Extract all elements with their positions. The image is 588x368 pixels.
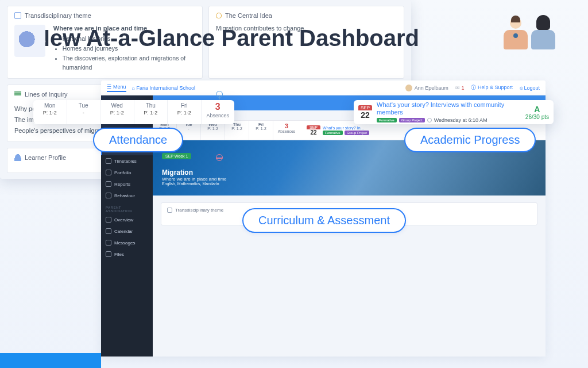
unit-title: Migration — [162, 168, 536, 177]
assignment-title[interactable]: What's your story? Interviews with commu… — [377, 101, 521, 116]
help-support-link[interactable]: ⓘ Help & Support — [471, 84, 513, 91]
decorative-footer-strip — [0, 353, 101, 368]
att-absences: 3Absences — [202, 100, 235, 124]
att-tue: Tue- — [67, 100, 101, 124]
sidebar-item-timetables[interactable]: Timetables — [101, 155, 153, 167]
user-icon — [14, 154, 21, 161]
sidebar-item-reports[interactable]: Reports — [101, 178, 153, 190]
star-icon — [106, 193, 111, 198]
date-chip-icon: SEP22 — [307, 125, 320, 136]
att-thu: ThuP: 1-2 — [134, 100, 168, 124]
tag-group-project: Group Projec — [345, 131, 369, 135]
clock-icon — [106, 158, 111, 164]
clock-icon — [427, 118, 432, 122]
att-wed: WedP: 1-2 — [100, 100, 134, 124]
clock-illustration-icon — [14, 25, 45, 57]
mail-icon — [106, 240, 111, 246]
sidebar-item-behaviour[interactable]: Behaviour — [101, 190, 153, 201]
sidebar-item-files[interactable]: Files — [101, 248, 153, 260]
sidebar-item-portfolio[interactable]: Portfolio — [101, 167, 153, 178]
sidebar-item-overview[interactable]: Overview — [101, 214, 153, 225]
menu-toggle[interactable]: ☰ Menu — [107, 84, 126, 92]
user-avatar-icon — [405, 85, 412, 91]
unit-subjects: English, Mathematics, Mandarin — [162, 182, 536, 186]
file-icon — [106, 251, 111, 257]
assignment-grade: A26/30 pts — [525, 105, 549, 120]
theme-icon — [14, 12, 21, 19]
lightbulb-icon — [216, 13, 222, 18]
sidebar-item-messages[interactable]: Messages — [101, 237, 153, 248]
lines-icon — [14, 91, 21, 97]
home-link[interactable]: ⌂ Faria International School — [132, 85, 196, 91]
avatar-male-icon — [502, 17, 529, 53]
date-chip-icon: SEP22 — [358, 105, 372, 120]
pill-academic: Academic Progress — [404, 128, 536, 152]
user-menu[interactable]: Ann Epelbaum — [405, 85, 448, 91]
tag-formative: Formative — [377, 118, 397, 122]
attendance-callout: MonP: 1-2 Tue- WedP: 1-2 ThuP: 1-2 FriP:… — [33, 100, 234, 124]
doc-icon — [106, 181, 111, 187]
att-fri: FriP: 1-2 — [168, 100, 202, 124]
tag-formative: Formative — [323, 131, 343, 135]
att-mon: MonP: 1-2 — [33, 100, 67, 124]
week-badge: SEP Week 1 — [162, 153, 191, 159]
avatar-female-icon — [529, 17, 557, 53]
assignment-when: Wednesday at 6:10 AM — [434, 117, 488, 123]
pill-curriculum: Curriculum & Assessment — [242, 208, 406, 233]
notifications[interactable]: ✉ 1 — [455, 85, 465, 91]
tag-group-project: Group Project — [399, 118, 425, 122]
sidebar-section-parent: PARENT ASSOCIATION — [101, 201, 153, 214]
strip-absences[interactable]: 3Absences — [273, 121, 300, 140]
theme-icon — [167, 208, 172, 213]
logout-link[interactable]: ⎋ Logout — [520, 85, 540, 91]
topbar: ☰ Menu ⌂ Faria International School Ann … — [101, 80, 546, 95]
sidebar-item-calendar[interactable]: Calendar — [101, 225, 153, 237]
unit-subtitle: Where we are in place and time — [162, 177, 536, 182]
academic-callout: SEP22 What's your story? Interviews with… — [354, 100, 554, 124]
strip-event-title: What's your story? In… — [323, 126, 403, 130]
overview-icon — [106, 217, 111, 223]
page-title: New At-a-Glance Parent Dashboard — [33, 25, 419, 51]
avatar-illustration — [502, 17, 565, 57]
calendar-icon — [106, 228, 111, 234]
folder-icon — [106, 170, 111, 175]
strip-day-fri[interactable]: FriP: 1-2 — [249, 121, 273, 140]
pill-attendance: Attendance — [93, 128, 183, 152]
